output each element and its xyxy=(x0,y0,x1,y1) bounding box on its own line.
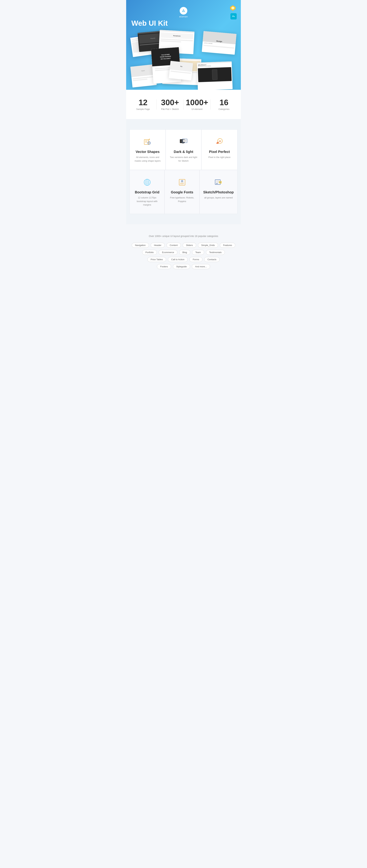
feature-desc-google: Free typefaces: Roboto, Poppins xyxy=(168,196,196,203)
tag-ecommerce[interactable]: Ecommerce xyxy=(159,250,177,255)
feature-desc-bootstrap: 12 column 1170px bootstrap layout with m… xyxy=(133,196,161,207)
stat-label-1: Sample Page xyxy=(131,108,154,111)
stat-label-4: Categories xyxy=(213,108,236,111)
svg-rect-18 xyxy=(182,144,184,144)
brand-logo: ataman xyxy=(131,7,236,18)
sketch-badge xyxy=(230,5,236,12)
feature-title-dark: Dark & light xyxy=(169,150,198,154)
features-section: Vector Shapes All elements, icons and ma… xyxy=(126,119,241,224)
feature-title-google: Google Fonts xyxy=(168,190,196,194)
feature-title-bootstrap: Bootstrap Grid xyxy=(133,190,161,194)
tag-call-to-action[interactable]: Call to Action xyxy=(168,257,188,262)
mockup-preview: HELLO I'MA FREELANCEARTISTE. Physicist R… xyxy=(131,31,236,90)
tags-row-2: Portfolio Ecommerce Blog Team Testimonia… xyxy=(131,250,236,255)
hero-title: Web UI Kit xyxy=(131,19,236,27)
tag-sliders[interactable]: Sliders xyxy=(182,243,196,248)
stats-section: 12 Sample Page 300+ File Psd + Sketch 10… xyxy=(126,90,241,119)
ps-badge: Ps xyxy=(230,13,237,20)
stat-ui-elements: 1000+ UI element xyxy=(184,98,210,111)
tag-content[interactable]: Content xyxy=(167,243,181,248)
tag-and-more[interactable]: And more... xyxy=(192,264,210,269)
svg-point-13 xyxy=(149,143,149,144)
stat-sample-pages: 12 Sample Page xyxy=(130,98,157,111)
features-grid-row2: Bootstrap Grid 12 column 1170px bootstra… xyxy=(130,170,237,214)
stat-number-2: 300+ xyxy=(158,98,181,106)
svg-rect-20 xyxy=(183,140,187,142)
svg-point-25 xyxy=(219,140,220,141)
svg-point-26 xyxy=(220,140,221,141)
tag-contacts[interactable]: Contacts xyxy=(204,257,220,262)
tag-features[interactable]: Features xyxy=(220,243,235,248)
feature-title-sketch-ps: Sketch/Photoshop xyxy=(203,190,234,194)
google-fonts-icon xyxy=(177,177,187,187)
tag-team[interactable]: Team xyxy=(192,250,204,255)
feature-desc-sketch-ps: all groups, layers are named xyxy=(203,196,234,199)
tags-row-4: Footers Styleguide And more... xyxy=(131,264,236,269)
feature-desc-pixel: Pixel in the right place xyxy=(205,156,234,159)
pixel-icon xyxy=(214,136,225,147)
tag-styleguide[interactable]: Styleguide xyxy=(173,264,190,269)
svg-point-15 xyxy=(149,139,150,140)
tag-navigation[interactable]: Navigation xyxy=(132,243,149,248)
tag-testimonials[interactable]: Testimonials xyxy=(206,250,225,255)
features-grid-row1: Vector Shapes All elements, icons and ma… xyxy=(130,129,237,170)
stat-label-3: UI element xyxy=(186,108,209,111)
tag-simple-grids[interactable]: Simple_Grids xyxy=(198,243,218,248)
svg-point-34 xyxy=(182,181,182,181)
stat-number-1: 12 xyxy=(131,98,154,106)
tags-row-1: Navigation Header Content Sliders Simple… xyxy=(131,243,236,248)
stat-label-2: File Psd + Sketch xyxy=(158,108,181,111)
feature-dark-light: Dark & light Two versions dark and light… xyxy=(166,129,202,170)
brand-name: ataman xyxy=(179,15,188,18)
feature-google-fonts: Google Fonts Free typefaces: Roboto, Pop… xyxy=(165,170,199,214)
feature-vector-shapes: Vector Shapes All elements, icons and ma… xyxy=(130,129,166,170)
feature-title-pixel: Pixel Perfect xyxy=(205,150,234,154)
feature-desc-dark: Two versions dark and light for Sketch xyxy=(169,156,198,163)
tags-row-3: Price Tables Call to Action Forms Contac… xyxy=(131,257,236,262)
categories-title: Over 1000+ unique UI layout grouped into… xyxy=(131,235,236,238)
svg-rect-27 xyxy=(217,143,217,144)
stat-number-4: 16 xyxy=(213,98,236,106)
tag-footers[interactable]: Footers xyxy=(157,264,171,269)
dark-light-icon xyxy=(178,136,189,147)
tag-forms[interactable]: Forms xyxy=(190,257,202,262)
vector-icon xyxy=(142,136,153,147)
feature-bootstrap: Bootstrap Grid 12 column 1170px bootstra… xyxy=(130,170,165,214)
feature-sketch-ps: Sketch/Photoshop all groups, layers are … xyxy=(199,170,237,214)
logo-icon xyxy=(180,7,187,14)
hero-section: ataman Web UI Kit Ps HELLO I'MA FREELANC… xyxy=(126,0,241,90)
stat-number-3: 1000+ xyxy=(186,98,209,106)
tag-blog[interactable]: Blog xyxy=(179,250,190,255)
bootstrap-icon xyxy=(142,177,152,187)
feature-title-vector: Vector Shapes xyxy=(133,150,162,154)
stat-file-psd: 300+ File Psd + Sketch xyxy=(157,98,183,111)
tag-header[interactable]: Header xyxy=(151,243,165,248)
categories-section: Over 1000+ unique UI layout grouped into… xyxy=(126,224,241,280)
feature-desc-vector: All elements, icons and masks using shap… xyxy=(133,156,162,163)
sketch-ps-icon xyxy=(213,177,224,187)
tag-portfolio[interactable]: Portfolio xyxy=(142,250,157,255)
tag-price-tables[interactable]: Price Tables xyxy=(147,257,166,262)
stat-categories: 16 Categories xyxy=(210,98,237,111)
feature-pixel-perfect: Pixel Perfect Pixel in the right place xyxy=(201,129,237,170)
